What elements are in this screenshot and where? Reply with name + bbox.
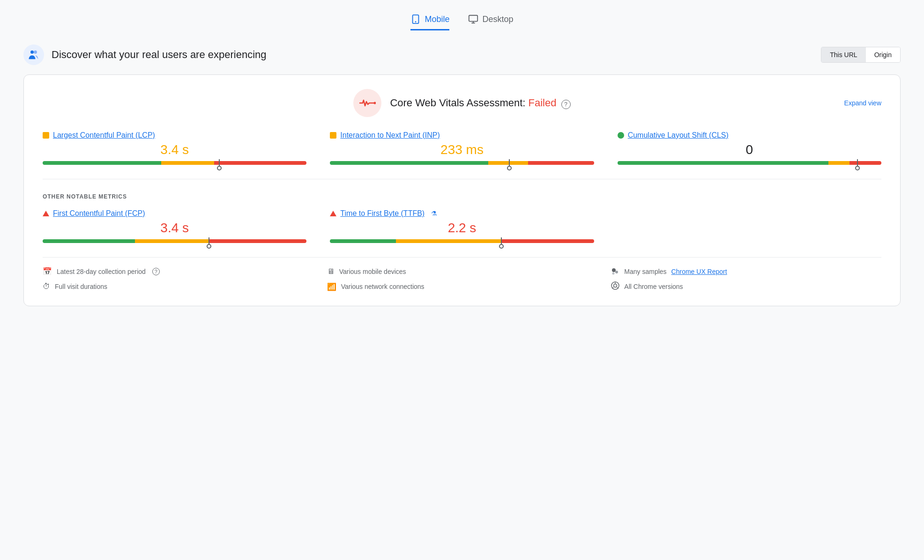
svg-point-5 <box>30 51 34 54</box>
tab-bar: Mobile Desktop <box>19 9 905 30</box>
svg-point-6 <box>34 51 37 54</box>
cls-bar <box>618 161 881 165</box>
fcp-triangle-icon <box>43 211 49 216</box>
svg-point-7 <box>374 102 376 104</box>
footer-devices-text: Various mobile devices <box>339 268 406 275</box>
footer-samples-text: Many samples <box>624 268 666 275</box>
footer-network: 📶 Various network connections <box>327 281 597 292</box>
main-card: Core Web Vitals Assessment: Failed ? Exp… <box>23 74 901 306</box>
users-icon <box>27 48 40 61</box>
this-url-button[interactable]: This URL <box>821 47 865 62</box>
expand-view-link[interactable]: Expand view <box>844 99 881 107</box>
footer-section: 📅 Latest 28-day collection period ? 🖥 Va… <box>43 257 881 292</box>
fcp-bar <box>43 239 306 243</box>
metric-fcp: First Contentful Paint (FCP) 3.4 s <box>43 209 306 243</box>
header-avatar <box>23 44 44 65</box>
cls-name[interactable]: Cumulative Layout Shift (CLS) <box>628 131 729 140</box>
tab-mobile[interactable]: Mobile <box>410 14 449 30</box>
footer-duration-text: Full visit durations <box>55 283 107 290</box>
ttfb-bar <box>330 239 594 243</box>
lcp-dot <box>43 132 49 139</box>
network-icon: 📶 <box>327 282 336 291</box>
url-origin-toggle: This URL Origin <box>821 47 901 63</box>
tab-mobile-label: Mobile <box>425 15 449 24</box>
fcp-value: 3.4 s <box>43 221 306 236</box>
cwv-title: Core Web Vitals Assessment: Failed ? <box>390 97 570 109</box>
svg-point-9 <box>615 271 618 273</box>
tab-desktop[interactable]: Desktop <box>468 14 513 30</box>
other-metrics-section: OTHER NOTABLE METRICS First Contentful P… <box>43 193 881 243</box>
tab-desktop-label: Desktop <box>482 15 513 24</box>
cwv-help-icon[interactable]: ? <box>561 100 571 109</box>
cwv-header: Core Web Vitals Assessment: Failed ? Exp… <box>43 89 881 117</box>
metrics-grid: Largest Contentful Paint (LCP) 3.4 s <box>43 131 881 165</box>
samples-icon <box>611 267 619 276</box>
cwv-waveform-icon <box>359 98 376 108</box>
lcp-name[interactable]: Largest Contentful Paint (LCP) <box>53 131 155 140</box>
chrome-versions-icon <box>611 281 619 290</box>
metric-lcp: Largest Contentful Paint (LCP) 3.4 s <box>43 131 306 165</box>
footer-collection-text: Latest 28-day collection period <box>57 268 146 275</box>
chrome-ux-report-link[interactable]: Chrome UX Report <box>671 268 727 275</box>
cls-dot <box>618 132 624 139</box>
metric-ttfb: Time to First Byte (TTFB) ⚗ 2.2 s <box>330 209 594 243</box>
lcp-value: 3.4 s <box>43 142 306 157</box>
chrome-icon <box>611 281 619 292</box>
svg-point-8 <box>612 268 616 272</box>
svg-rect-2 <box>469 15 477 22</box>
devices-icon: 🖥 <box>327 267 335 276</box>
ttfb-triangle-icon <box>330 211 336 216</box>
metric-inp: Interaction to Next Paint (INP) 233 ms <box>330 131 594 165</box>
footer-collection: 📅 Latest 28-day collection period ? <box>43 267 313 276</box>
other-metrics-label: OTHER NOTABLE METRICS <box>43 193 881 200</box>
samples-svg-icon <box>611 267 619 276</box>
section-divider <box>43 179 881 179</box>
other-metrics-empty <box>618 209 881 243</box>
other-metrics-grid: First Contentful Paint (FCP) 3.4 s <box>43 209 881 243</box>
collection-help-icon[interactable]: ? <box>152 268 160 275</box>
origin-button[interactable]: Origin <box>866 47 900 62</box>
footer-duration: ⏱ Full visit durations <box>43 281 313 292</box>
header-title: Discover what your real users are experi… <box>52 49 267 61</box>
metric-cls: Cumulative Layout Shift (CLS) 0 <box>618 131 881 165</box>
fcp-name[interactable]: First Contentful Paint (FCP) <box>53 209 145 218</box>
cls-value: 0 <box>618 142 881 157</box>
ttfb-value: 2.2 s <box>330 221 594 236</box>
footer-network-text: Various network connections <box>341 283 425 290</box>
lcp-bar <box>43 161 306 165</box>
svg-point-12 <box>614 284 617 287</box>
header-section: Discover what your real users are experi… <box>19 44 905 65</box>
timer-icon: ⏱ <box>43 282 50 291</box>
cwv-icon-circle <box>353 89 381 117</box>
ttfb-flask-icon: ⚗ <box>431 210 437 217</box>
footer-devices: 🖥 Various mobile devices <box>327 267 597 276</box>
ttfb-name[interactable]: Time to First Byte (TTFB) <box>340 209 425 218</box>
header-left: Discover what your real users are experi… <box>23 44 267 65</box>
desktop-icon <box>468 14 478 24</box>
inp-bar <box>330 161 594 165</box>
calendar-icon: 📅 <box>43 267 52 276</box>
mobile-icon <box>410 14 421 24</box>
svg-point-10 <box>612 272 615 274</box>
inp-value: 233 ms <box>330 142 594 157</box>
footer-samples: Many samples Chrome UX Report <box>611 267 881 276</box>
footer-chrome-text: All Chrome versions <box>624 283 683 290</box>
inp-dot <box>330 132 336 139</box>
inp-name[interactable]: Interaction to Next Paint (INP) <box>340 131 440 140</box>
footer-chrome: All Chrome versions <box>611 281 881 292</box>
